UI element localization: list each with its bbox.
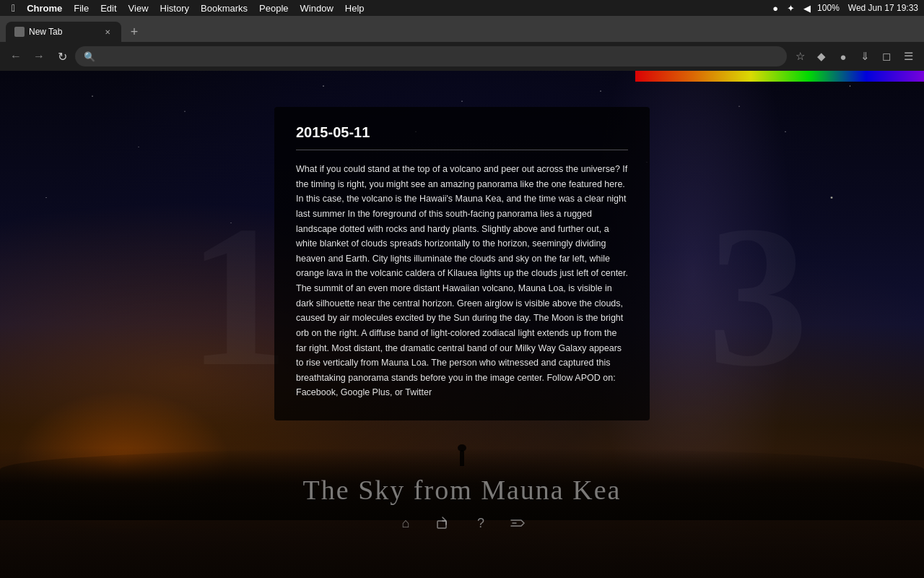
menu-history[interactable]: History: [154, 0, 195, 16]
person-silhouette: [460, 450, 464, 466]
battery-percent: 100%: [817, 3, 840, 13]
wifi-icon: ●: [770, 3, 780, 14]
menu-window[interactable]: Window: [295, 0, 339, 16]
menu-help[interactable]: Help: [339, 0, 370, 16]
content-card: 2015-05-11 What if you could stand at th…: [274, 107, 650, 420]
new-tab-button[interactable]: +: [124, 22, 144, 42]
search-icon: 🔍: [84, 51, 95, 62]
share-icon[interactable]: [432, 512, 455, 535]
apps-icon[interactable]: ◻: [876, 46, 897, 66]
watermark-left: 1: [188, 179, 289, 413]
system-time: Wed Jun 17 19:33: [848, 3, 918, 13]
menu-bookmarks[interactable]: Bookmarks: [195, 0, 253, 16]
back-button[interactable]: ←: [6, 46, 26, 66]
toolbar: ← → ↻ 🔍 ☆ ◆ ● ⇓ ◻ ☰: [0, 42, 924, 71]
shield-icon[interactable]: ●: [833, 46, 853, 66]
apple-menu[interactable]: : [6, 2, 21, 14]
menu-right: ● ✦ ◀ 100% Wed Jun 17 19:33: [770, 3, 918, 14]
card-divider: [296, 150, 628, 150]
extensions-icon[interactable]: ◆: [811, 46, 832, 66]
chrome-window: New Tab ✕ + ← → ↻ 🔍 ☆ ◆ ● ⇓ ◻ ☰ 1 3: [0, 16, 924, 578]
image-title: The Sky from Mauna Kea: [303, 474, 622, 506]
battery-indicator: 100%: [817, 3, 840, 13]
help-icon[interactable]: ?: [469, 512, 492, 535]
toolbar-icons: ☆ ◆ ● ⇓ ◻ ☰: [790, 46, 918, 66]
spectrum-bar: [635, 71, 924, 82]
menu-view[interactable]: View: [123, 0, 154, 16]
active-tab[interactable]: New Tab ✕: [6, 22, 121, 42]
reload-button[interactable]: ↻: [52, 46, 72, 66]
watermark-right: 3: [707, 179, 808, 413]
tabbar: New Tab ✕ +: [0, 16, 924, 42]
menu-edit[interactable]: Edit: [95, 0, 122, 16]
address-bar[interactable]: 🔍: [75, 46, 787, 66]
menu-icon[interactable]: ☰: [898, 46, 918, 66]
card-body-text: What if you could stand at the top of a …: [296, 162, 628, 400]
volume-icon: ◀: [801, 3, 813, 14]
random-icon[interactable]: [507, 512, 530, 535]
tab-favicon: [14, 27, 25, 37]
page-content: 1 3 2015-05-11 What if you could stand a…: [0, 71, 924, 578]
menu-file[interactable]: File: [68, 0, 95, 16]
menu-people[interactable]: People: [253, 0, 294, 16]
home-icon[interactable]: ⌂: [394, 512, 417, 535]
card-date: 2015-05-11: [296, 124, 628, 141]
svg-rect-0: [437, 521, 446, 528]
bookmark-star-icon[interactable]: ☆: [790, 46, 810, 66]
bottom-icons: ⌂ ?: [394, 512, 530, 535]
bluetooth-icon: ✦: [785, 3, 797, 14]
menu-chrome[interactable]: Chrome: [21, 0, 68, 16]
tab-close-button[interactable]: ✕: [103, 27, 113, 37]
menubar:  Chrome File Edit View History Bookmark…: [0, 0, 924, 16]
address-input[interactable]: [100, 51, 778, 62]
download-icon[interactable]: ⇓: [855, 46, 875, 66]
tab-label: New Tab: [29, 27, 62, 37]
forward-button[interactable]: →: [29, 46, 49, 66]
